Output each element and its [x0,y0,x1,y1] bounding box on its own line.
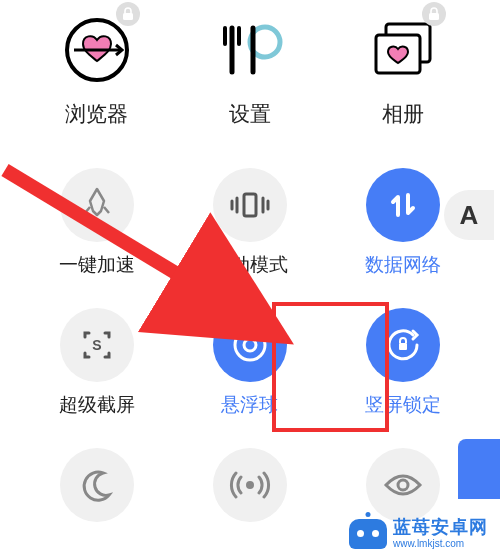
gallery-icon-box [363,10,443,90]
svg-rect-2 [123,13,133,20]
qs-label: 数据网络 [365,252,441,278]
rocket-icon [60,168,134,242]
svg-rect-11 [244,194,256,216]
browser-icon-box [57,10,137,90]
edit-tiles-button[interactable]: A [444,190,494,240]
cutlery-icon [217,20,283,80]
rotation-lock-icon [366,308,440,382]
qs-label: 悬浮球 [221,392,278,418]
lock-icon [116,2,140,26]
qs-label: 竖屏锁定 [365,392,441,418]
app-label: 相册 [382,100,424,128]
hotspot-icon [213,448,287,522]
watermark-title: 蓝苺安卓网 [393,518,488,538]
moon-icon [60,448,134,522]
android-robot-icon [349,519,387,549]
qs-item-vibrate[interactable]: 振动模式 [173,168,326,278]
watermark-url: www.lmkjst.com [393,538,488,549]
qs-label: 一键加速 [59,252,135,278]
vibrate-icon [213,168,287,242]
heart-target-icon [64,17,130,83]
watermark: 蓝苺安卓网 www.lmkjst.com [349,518,488,549]
qs-item-rotation-lock[interactable]: 竖屏锁定 [327,308,480,418]
quick-settings-grid: 一键加速 振动模式 数据网络 S 超级截屏 悬浮球 [0,148,500,522]
screenshot-icon: S [60,308,134,382]
side-indicator [458,439,500,499]
float-ball-icon [213,308,287,382]
qs-label: 超级截屏 [59,392,135,418]
svg-point-14 [244,339,256,351]
lock-icon [422,2,446,26]
app-item-gallery[interactable]: 相册 [343,10,463,128]
svg-rect-10 [429,13,439,20]
edit-label: A [460,200,479,231]
app-item-browser[interactable]: 浏览器 [37,10,157,128]
data-arrows-icon [366,168,440,242]
qs-item-eye-protect[interactable] [327,448,480,522]
app-row: 浏览器 设置 相册 [0,0,500,148]
svg-point-16 [246,481,254,489]
qs-item-hotspot[interactable] [173,448,326,522]
qs-label: 振动模式 [212,252,288,278]
svg-point-13 [235,330,265,360]
app-label: 浏览器 [65,100,128,128]
qs-item-float-ball[interactable]: 悬浮球 [173,308,326,418]
svg-text:S: S [92,337,101,353]
eye-icon [366,448,440,522]
svg-point-17 [398,480,408,490]
gallery-heart-icon [368,19,438,81]
app-label: 设置 [229,100,271,128]
qs-item-screenshot[interactable]: S 超级截屏 [20,308,173,418]
qs-item-boost[interactable]: 一键加速 [20,168,173,278]
app-item-settings[interactable]: 设置 [190,10,310,128]
settings-icon-box [210,10,290,90]
svg-rect-15 [399,343,407,350]
qs-item-night-mode[interactable] [20,448,173,522]
